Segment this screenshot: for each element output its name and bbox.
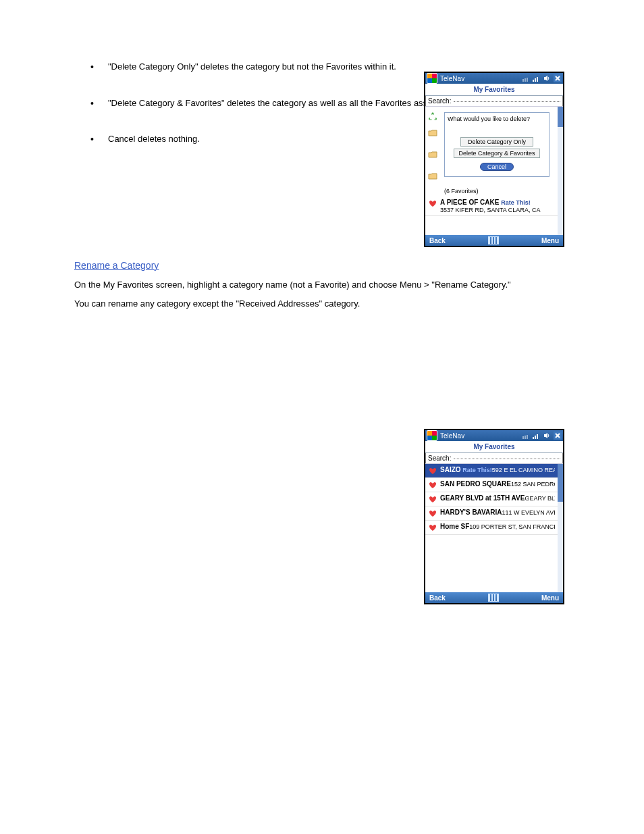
- heart-icon: [428, 494, 437, 504]
- favorite-address: 152 SAN PEDRO CIR, SAN JOSE, CA: [511, 481, 555, 488]
- favorite-name: GEARY BLVD at 15TH AVE: [440, 494, 525, 502]
- search-label: Search:: [428, 97, 451, 105]
- search-label: Search:: [428, 454, 451, 462]
- screenshot-favorites-list: TeleNav My Favorites Search: SAIZO Rate …: [424, 429, 564, 604]
- favorite-row[interactable]: SAIZO Rate This!592 E EL CAMINO REAL, SU…: [425, 464, 558, 478]
- back-button[interactable]: Back: [429, 237, 446, 244]
- favorite-row[interactable]: Home SF109 PORTER ST, SAN FRANCISCO,: [425, 521, 558, 535]
- heart-icon: [428, 466, 437, 475]
- folder-icon: [428, 151, 437, 160]
- scrollbar[interactable]: [558, 107, 563, 235]
- svg-rect-0: [533, 80, 534, 82]
- app-title: TeleNav: [440, 432, 464, 440]
- windows-flag-icon: [427, 430, 437, 441]
- search-input[interactable]: [454, 101, 560, 102]
- delete-dialog: What would you like to delete? Delete Ca…: [444, 112, 549, 177]
- keyboard-icon[interactable]: [488, 236, 499, 244]
- close-icon[interactable]: [554, 74, 562, 82]
- heart-icon: [428, 199, 437, 208]
- heart-icon: [428, 523, 437, 532]
- svg-rect-4: [533, 437, 534, 439]
- screen-title: My Favorites: [425, 441, 563, 453]
- bottom-bar: Back Menu: [425, 592, 563, 603]
- choice-1: "Delete Category Only" deletes the categ…: [108, 61, 603, 73]
- signal-icon: [532, 74, 540, 82]
- app-title: TeleNav: [440, 75, 464, 82]
- heart-icon: [428, 480, 437, 490]
- recycle-icon: [428, 111, 437, 122]
- volume-icon: [543, 74, 551, 82]
- close-icon[interactable]: [554, 432, 562, 440]
- section-title-rename: Rename a Category: [74, 260, 603, 271]
- favorite-name: Home SF: [440, 523, 469, 530]
- menu-button[interactable]: Menu: [541, 237, 559, 244]
- favorite-row[interactable]: SAN PEDRO SQUARE152 SAN PEDRO CIR, SAN J…: [425, 478, 558, 492]
- rename-para-1: On the My Favorites screen, highlight a …: [74, 280, 603, 290]
- folder-icon: [428, 172, 437, 182]
- delete-category-and-favorites-button[interactable]: Delete Category & Favorites: [454, 149, 539, 158]
- svg-rect-5: [535, 436, 536, 439]
- windows-flag-icon: [427, 73, 437, 84]
- connectivity-icon: [521, 74, 529, 82]
- rate-this-link[interactable]: Rate This!: [462, 467, 492, 473]
- favorite-row[interactable]: HARDY'S BAVARIA111 W EVELYN AVE, SUNNYVA…: [425, 506, 558, 521]
- favorite-address: 3537 KIFER RD, SANTA CLARA, CA: [440, 207, 540, 213]
- rate-this-link[interactable]: Rate This!: [501, 199, 531, 206]
- volume-icon: [543, 432, 551, 440]
- favorite-row[interactable]: GEARY BLVD at 15TH AVEGEARY BLVD at 15TH…: [425, 492, 558, 506]
- signal-icon: [532, 432, 540, 440]
- favorite-address: 592 E EL CAMINO REAL, SUNNYVA: [492, 467, 555, 473]
- screen-title: My Favorites: [425, 84, 563, 96]
- search-row[interactable]: Search:: [425, 453, 563, 464]
- keyboard-icon[interactable]: [488, 594, 499, 602]
- wm-titlebar: TeleNav: [425, 430, 563, 441]
- bottom-bar: Back Menu: [425, 235, 563, 246]
- favorite-name: HARDY'S BAVARIA: [440, 509, 502, 516]
- favorite-name: A PIECE OF CAKE: [440, 199, 499, 206]
- rename-para-2: You can rename any category except the "…: [74, 298, 603, 309]
- favorite-row[interactable]: A PIECE OF CAKE Rate This! 3537 KIFER RD…: [425, 197, 558, 216]
- favorite-address: 111 W EVELYN AVE, SUNNYVALE,: [502, 509, 555, 516]
- heart-icon: [428, 509, 437, 518]
- dialog-question: What would you like to delete?: [448, 115, 546, 122]
- back-button[interactable]: Back: [429, 594, 446, 602]
- screenshot-delete-dialog: TeleNav My Favorites Search:: [424, 72, 564, 247]
- favorite-name: SAN PEDRO SQUARE: [440, 480, 511, 488]
- svg-rect-1: [535, 78, 536, 82]
- svg-rect-6: [537, 434, 538, 439]
- scrollbar[interactable]: [558, 464, 563, 592]
- connectivity-icon: [521, 432, 529, 440]
- favorites-count: (6 Favorites): [444, 188, 479, 194]
- menu-button[interactable]: Menu: [541, 594, 559, 602]
- favorite-address: 109 PORTER ST, SAN FRANCISCO,: [469, 523, 555, 530]
- svg-rect-2: [537, 77, 538, 82]
- delete-category-only-button[interactable]: Delete Category Only: [460, 137, 533, 147]
- wm-titlebar: TeleNav: [425, 73, 563, 84]
- folder-icon: [428, 129, 437, 138]
- search-row[interactable]: Search:: [425, 96, 563, 107]
- search-input[interactable]: [454, 458, 560, 459]
- favorite-name: SAIZO: [440, 466, 461, 473]
- favorite-address: GEARY BLVD at 15TH AVE, SAN FR: [525, 495, 555, 502]
- cancel-button[interactable]: Cancel: [480, 163, 514, 171]
